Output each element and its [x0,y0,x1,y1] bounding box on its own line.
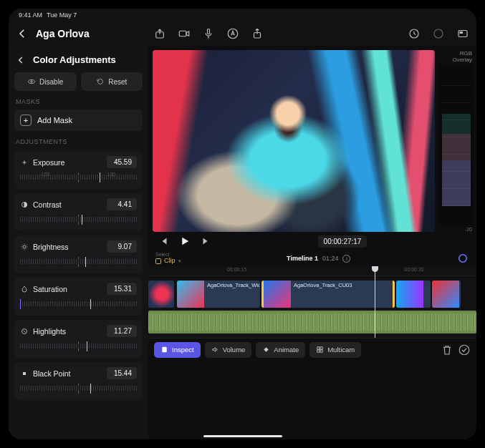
video-track: AgaOrlova_Track_Wid... AgaOrlova_Track_C… [148,281,476,308]
svg-point-9 [29,80,35,84]
adjustment-contrast[interactable]: Contrast4.41 [14,193,143,231]
adjustment-slider[interactable] [20,299,137,309]
svg-point-23 [459,345,469,355]
timeline-duration: 01:24 [322,255,339,262]
timeline-header: Select Clip ▾ Timeline 1 01:24 i [148,250,476,266]
multicam-button[interactable]: Multicam [309,342,361,358]
panel-back-icon[interactable] [16,55,26,65]
history-icon[interactable] [408,27,421,40]
adjustment-value[interactable]: 45.59 [107,156,137,168]
adjustment-saturation[interactable]: Saturation15.31 [14,278,143,316]
adjustment-highlights[interactable]: Highlights11.27 [14,320,143,358]
plus-icon: + [20,115,32,126]
brightness-icon [20,243,29,251]
status-date: Tue May 7 [47,11,77,19]
voiceover-icon[interactable] [202,27,215,40]
share-icon[interactable] [251,27,264,40]
inspect-button[interactable]: Inspect [154,342,201,358]
audio-track[interactable] [148,311,476,333]
adjustment-slider[interactable]: -100100 [20,172,137,182]
import-icon[interactable] [153,27,166,40]
text-tool-icon[interactable] [226,27,239,40]
svg-rect-21 [317,350,320,352]
next-frame-icon[interactable] [200,235,213,248]
timecode-display[interactable]: 00:00:27:17 [318,235,368,248]
timeline-name: Timeline 1 [287,255,318,262]
trash-icon[interactable] [441,344,453,356]
svg-point-12 [23,245,26,248]
back-icon[interactable] [16,27,29,40]
fullscreen-icon[interactable] [456,27,469,40]
bottom-toolbar: Inspect Volume Animate Multicam [148,338,476,361]
time-ruler[interactable]: 00:00:1500:00:30 [148,266,476,276]
adjustment-brightness[interactable]: Brightness9.07 [14,235,143,273]
adjustment-slider[interactable] [20,384,137,394]
home-indicator[interactable] [203,435,282,437]
masks-section-label: MASKS [16,98,141,105]
camera-icon[interactable] [178,27,191,40]
adjustment-value[interactable]: 4.41 [107,198,137,210]
animate-button[interactable]: Animate [256,342,305,358]
project-title: Aga Orlova [36,28,90,39]
blackpoint-icon [20,369,29,378]
svg-rect-18 [163,350,166,351]
video-clip[interactable] [148,281,174,308]
status-time: 9:41 AM [19,11,42,19]
timeline-tracks[interactable]: 00:00:1500:00:30 AgaOrlova_Track_Wid... … [148,266,476,338]
exposure-icon [20,158,29,167]
add-mask-button[interactable]: + Add Mask [14,109,143,131]
adjustment-exposure[interactable]: Exposure45.59-100100 [14,151,143,189]
prev-frame-icon[interactable] [157,235,170,248]
volume-button[interactable]: Volume [205,342,252,358]
select-mode[interactable]: Select Clip ▾ [155,252,181,265]
disable-button[interactable]: Disable [14,72,77,91]
inspector-panel: Color Adjustments Disable Reset MASKS + … [9,46,148,439]
adjustments-section-label: ADJUSTMENTS [16,138,141,145]
timeline-add-icon[interactable] [456,252,469,265]
svg-rect-8 [460,31,464,34]
svg-point-15 [459,255,467,263]
svg-rect-14 [23,372,26,375]
scopes-toggle-icon[interactable] [432,27,445,40]
svg-rect-19 [317,347,320,349]
svg-rect-17 [163,349,166,349]
confirm-icon[interactable] [458,344,471,356]
video-clip[interactable] [396,281,431,308]
svg-rect-22 [320,350,322,352]
reset-button[interactable]: Reset [81,72,143,91]
adjustment-black-point[interactable]: Black Point15.44 [14,362,143,400]
transport-bar: 00:00:27:17 [148,232,476,250]
info-icon[interactable]: i [342,255,350,263]
playhead[interactable] [375,266,375,338]
adjustment-value[interactable]: 15.31 [107,283,137,295]
video-clip[interactable] [432,281,461,308]
scopes-panel: RGB Overlay -20 [439,50,474,232]
rgb-overlay-scope[interactable] [439,64,474,225]
adjustments-list: Exposure45.59-100100Contrast4.41Brightne… [14,151,143,439]
preview-image [153,50,435,232]
status-bar: 9:41 AM Tue May 7 [9,9,476,21]
scope-title: RGB Overlay [439,50,474,63]
adjustment-value[interactable]: 9.07 [107,240,137,253]
svg-rect-1 [179,31,186,36]
highlights-icon [20,327,29,336]
svg-point-10 [31,81,33,83]
title-bar: Aga Orlova [9,21,476,46]
svg-rect-20 [320,347,322,349]
adjustment-slider[interactable] [20,341,137,351]
adjustment-value[interactable]: 11.27 [107,325,137,337]
time-tick: 00:00:15 [227,267,246,272]
scope-min-label: -20 [439,227,474,232]
adjustment-slider[interactable] [20,257,137,267]
time-tick: 00:00:30 [404,267,423,272]
adjustment-slider[interactable] [20,215,137,225]
video-preview[interactable] [153,50,435,232]
panel-title: Color Adjustments [33,54,116,65]
svg-rect-2 [207,29,209,34]
contrast-icon [20,200,29,209]
play-icon[interactable] [178,235,191,248]
adjustment-value[interactable]: 15.44 [107,367,137,379]
video-clip[interactable]: AgaOrlova_Track_Wid... [177,281,260,308]
svg-point-6 [434,29,443,38]
saturation-icon [20,285,29,293]
